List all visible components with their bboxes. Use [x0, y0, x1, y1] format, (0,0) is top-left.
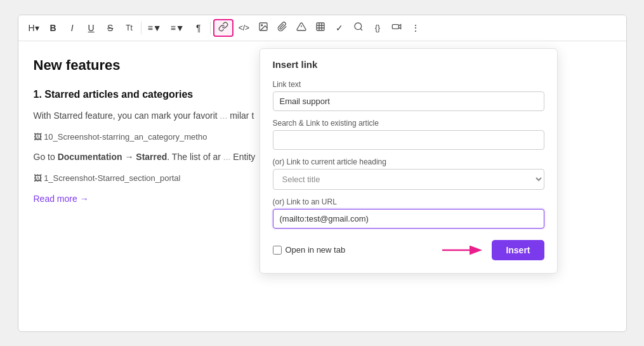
more-icon: ⋮: [411, 23, 420, 33]
bullet-list-button[interactable]: ≡▼: [144, 19, 166, 37]
braces-icon: {}: [375, 23, 380, 32]
italic-button[interactable]: I: [63, 19, 81, 37]
url-label: (or) Link to an URL: [273, 197, 544, 206]
warning-button[interactable]: [292, 19, 310, 37]
search-button[interactable]: [350, 19, 367, 37]
svg-rect-11: [392, 25, 398, 29]
text-size-button[interactable]: Tt: [121, 19, 138, 37]
open-new-tab-label: Open in new tab: [273, 245, 346, 255]
toolbar: H▾ B I U S Tt ≡▼ ≡▼ ¶: [18, 15, 626, 41]
divider-2: [210, 22, 211, 34]
braces-button[interactable]: {}: [369, 19, 386, 37]
paragraph-1-end: ...: [218, 110, 230, 121]
paragraph-1-right: milar t: [230, 110, 254, 121]
video-icon: [391, 22, 402, 34]
paragraph-2-bold: Documentation → Starred: [58, 152, 168, 162]
link-icon: [218, 22, 228, 34]
video-button[interactable]: [388, 19, 405, 37]
divider-1: [141, 22, 141, 34]
search-article-input[interactable]: [273, 130, 544, 150]
editor-container: H▾ B I U S Tt ≡▼ ≡▼ ¶: [18, 15, 627, 332]
link-text-input[interactable]: [273, 91, 544, 111]
check-icon: ✓: [336, 23, 343, 33]
insert-button[interactable]: Insert: [492, 240, 544, 260]
bold-button[interactable]: B: [44, 19, 62, 37]
paragraph-2-right: ...: [221, 152, 233, 162]
more-button[interactable]: ⋮: [407, 19, 424, 37]
link-button[interactable]: [213, 19, 233, 37]
heading-button[interactable]: H▾: [25, 19, 43, 37]
url-input[interactable]: [273, 209, 544, 229]
insert-link-popup: Insert link Link text Search & Link to e…: [260, 48, 558, 274]
attachment-icon: [277, 22, 287, 34]
popup-footer: Open in new tab Insert: [273, 240, 544, 260]
check-button[interactable]: ✓: [331, 19, 348, 37]
image-button[interactable]: [254, 19, 272, 37]
strikethrough-button[interactable]: S: [102, 19, 119, 37]
image-placeholder-2: 🖼 1_Screenshot-Starred_section_portal: [34, 172, 181, 185]
image-icon: [258, 22, 268, 34]
search-icon: [353, 22, 364, 34]
attachment-button[interactable]: [273, 19, 291, 37]
svg-point-9: [355, 23, 362, 30]
code-icon: </>: [239, 23, 249, 32]
numbered-list-button[interactable]: ≡▼: [167, 19, 188, 37]
link-text-label: Link text: [273, 80, 544, 89]
code-button[interactable]: </>: [235, 19, 253, 37]
select-title-dropdown[interactable]: Select title: [273, 169, 544, 190]
search-label: Search & Link to existing article: [273, 119, 544, 128]
paragraph-button[interactable]: ¶: [190, 19, 207, 37]
arrow-annotation: [442, 243, 487, 258]
svg-point-1: [261, 25, 263, 26]
svg-rect-4: [317, 23, 324, 30]
svg-line-10: [360, 29, 362, 30]
table-icon: [315, 22, 325, 34]
open-new-tab-checkbox[interactable]: [273, 246, 282, 255]
paragraph-2-entity: Entity: [233, 152, 255, 162]
image-placeholder-1: 🖼 10_Screenshot-starring_an_category_met…: [34, 131, 207, 144]
table-button[interactable]: [312, 19, 329, 37]
warning-icon: [296, 22, 306, 34]
popup-title: Insert link: [273, 59, 544, 70]
paragraph-1-start: With Starred feature, you can mark your …: [34, 110, 218, 121]
paragraph-2-start: Go to: [34, 152, 58, 162]
paragraph-2-end: . The list of ar: [167, 152, 221, 162]
underline-button[interactable]: U: [82, 19, 100, 37]
heading-label: (or) Link to current article heading: [273, 157, 544, 166]
